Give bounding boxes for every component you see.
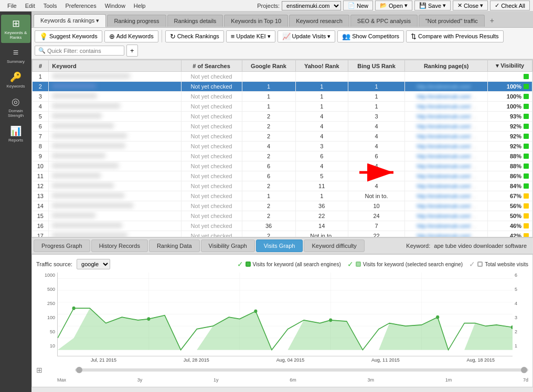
keywords-table[interactable]: # Keyword # of Searches Google Rank Yaho… [31,59,533,237]
table-row[interactable]: 4 Not yet checked 1 1 1 http://enstinemu… [33,102,532,112]
filter-input[interactable] [47,48,121,54]
sidebar-item-keywords[interactable]: ⊞ Keywords & Ranks [1,15,30,43]
col-searches: # of Searches [181,60,242,72]
legend-all-engines: ✓ Visits for keyword (all search engines… [237,260,341,268]
vis-dot [524,213,529,219]
sidebar-item-summary[interactable]: ≡ Summary [1,44,30,67]
range-1y[interactable]: 1y [214,377,219,383]
range-3y[interactable]: 3y [137,377,143,383]
tab-keyword-difficulty[interactable]: Keyword difficulty [304,239,364,252]
sidebar-item-domain[interactable]: ◎ Domain Strength [1,93,30,121]
tab-visits-graph[interactable]: Visits Graph [256,239,303,252]
tab-keywords-rankings[interactable]: Keywords & rankings ▾ [34,14,106,27]
table-row[interactable]: 16 Not yet checked 36 14 7 http://enstin… [33,221,532,231]
table-row[interactable]: 1 Not yet checked [33,72,532,82]
table-row[interactable]: 8 Not yet checked 4 3 4 http://enstinemu… [33,141,532,151]
menu-tools[interactable]: Tools [39,2,61,10]
cell-url: http://enstinemuki.com/... [405,201,488,211]
cell-searches: Not yet checked [181,221,242,231]
sidebar-item-reports[interactable]: 📊 Reports [1,122,30,146]
tab-not-provided[interactable]: "Not provided" traffic [419,15,485,27]
x-label-5: Aug, 18 2015 [467,357,495,363]
vis-pct: 100% [507,93,521,100]
tab-progress-graph[interactable]: Progress Graph [34,239,90,252]
table-row[interactable]: 7 Not yet checked 2 4 4 http://enstinemu… [33,132,532,141]
range-1m[interactable]: 1m [445,377,452,383]
cell-num: 5 [33,112,49,122]
table-row[interactable]: 12 Not yet checked 2 11 4 http://enstine… [33,181,532,191]
cell-yahoo: 22 [295,211,348,221]
vis-bar: 88% [491,153,529,159]
chart-expand-icon[interactable]: ⊞ [36,366,42,374]
tab-keywords-top10[interactable]: Keywords in Top 10 [224,15,288,27]
vis-pct: 92% [510,133,521,139]
add-keywords-button[interactable]: ⊕ Add Keywords [104,30,158,42]
save-button[interactable]: 💾 Save ▾ [414,1,451,10]
y-axis-left: 1000 500 250 100 50 10 [36,273,57,356]
cell-url: http://enstinemuki.com/... [405,102,488,112]
table-row[interactable]: 6 Not yet checked 2 4 4 http://enstinemu… [33,122,532,132]
cell-num: 11 [33,171,49,181]
filter-add-button[interactable]: + [126,45,138,57]
x-label-4: Aug, 11 2015 [371,357,400,363]
menu-help[interactable]: Help [130,2,150,10]
tab-visibility-graph[interactable]: Visibility Graph [201,239,255,252]
project-select[interactable]: enstinemuki.com [282,1,341,10]
table-row[interactable]: 2 Not yet checked 1 1 1 http://enstinemu… [33,82,532,92]
table-row[interactable]: 5 Not yet checked 2 4 3 http://enstinemu… [33,112,532,122]
tab-rankings-details[interactable]: Rankings details [167,15,223,27]
add-tab-button[interactable]: + [486,14,498,27]
range-max[interactable]: Max [57,377,66,383]
update-kei-button[interactable]: ≡ Update KEI ▾ [226,30,275,42]
table-row[interactable]: 3 Not yet checked 1 1 1 http://enstinemu… [33,92,532,102]
table-row[interactable]: 17 Not yet checked 2 Not in to. 22 http:… [33,231,532,238]
table-row[interactable]: 10 Not yet checked 6 4 4 http://enstinem… [33,161,532,171]
cell-searches: Not yet checked [181,161,242,171]
open-button[interactable]: 📂 Open ▾ [375,1,412,10]
check-rankings-button[interactable]: ↻ Check Rankings [165,30,224,42]
close-button[interactable]: ✕ Close ▾ [453,1,488,10]
vis-bar: 100% [491,103,529,110]
table-row[interactable]: 9 Not yet checked 2 6 6 http://enstinemu… [33,151,532,161]
compare-label: Compare with Previous Results [418,33,498,39]
tab-ranking-data[interactable]: Ranking Data [149,239,200,252]
table-row[interactable]: 13 Not yet checked 1 1 Not in to. http:/… [33,191,532,201]
tab-ranking-progress[interactable]: Ranking progress [107,15,166,27]
suggest-keywords-button[interactable]: 💡 Suggest Keywords [35,30,102,42]
cell-bing: 4 [348,141,404,151]
vis-pct: 100% [507,83,521,90]
tab-history-records[interactable]: History Records [91,239,148,252]
table-row[interactable]: 15 Not yet checked 2 22 24 http://enstin… [33,211,532,221]
cell-searches: Not yet checked [181,211,242,221]
tab-seo-ppc[interactable]: SEO & PPC analysis [350,15,418,27]
table-row[interactable]: 11 Not yet checked 6 5 5 http://enstinem… [33,171,532,181]
cell-searches: Not yet checked [181,181,242,191]
menu-preferences[interactable]: Preferences [61,2,100,10]
update-visits-button[interactable]: 📈 Update Visits ▾ [278,30,336,42]
cell-visibility: 93% [488,112,532,122]
menu-window[interactable]: Window [101,2,130,10]
compare-button[interactable]: ⇅ Compare with Previous Results [406,30,503,42]
range-7d[interactable]: 7d [523,377,528,383]
vis-dot [524,173,529,179]
cell-url: http://enstinemuki.com/... [405,122,488,132]
range-handle-left[interactable] [76,367,82,373]
cell-visibility: 100% [488,92,532,102]
traffic-source-select[interactable]: google [77,259,110,269]
tab-keyword-research[interactable]: Keyword research [289,15,349,27]
range-bar[interactable] [75,368,528,372]
range-handle-right[interactable] [521,367,527,373]
range-3m[interactable]: 3m [367,377,374,383]
range-6m[interactable]: 6m [290,377,296,383]
table-row[interactable]: 14 Not yet checked 2 36 10 http://enstin… [33,201,532,211]
sidebar-item-keywords2[interactable]: 🔑 Keywords [1,68,30,92]
menu-edit[interactable]: Edit [21,2,39,10]
check-all-button[interactable]: ✓ Check All [490,1,530,10]
menu-file[interactable]: File [3,2,21,10]
cell-num: 15 [33,211,49,221]
range-row: ⊞ [36,364,528,376]
cell-bing: 4 [348,161,404,171]
show-competitors-button[interactable]: 👥 Show Competitors [337,30,404,42]
bottom-tabs: Progress Graph History Records Ranking D… [31,237,533,254]
new-button[interactable]: 📄 New [343,1,373,10]
